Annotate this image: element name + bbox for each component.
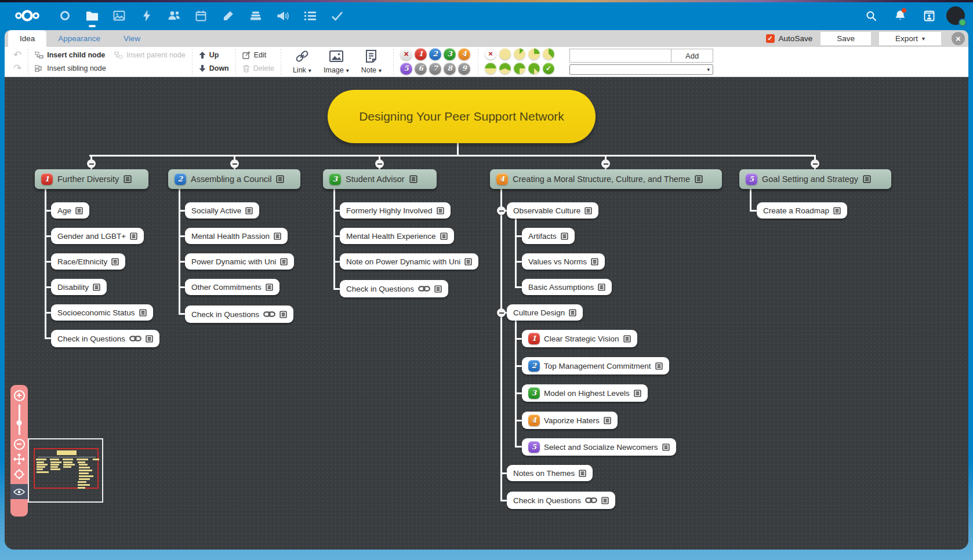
insert-child-button[interactable]: Insert child node [47,51,105,59]
move-tool-button[interactable] [10,452,28,467]
contacts-app-icon[interactable] [160,2,187,29]
mindmap-branch-node[interactable]: 2 Assembling a Council [168,169,300,189]
mindmap-node[interactable]: Race/Ethnicity [51,253,125,270]
mindmap-node[interactable]: Notes on Themes [507,465,593,481]
mindmap-node[interactable]: Note on Power Dynamic with Uni [340,253,478,270]
progress-37-button[interactable] [543,48,554,60]
mindmap-node[interactable]: Observable Culture [507,202,598,219]
progress-clear-button[interactable]: × [485,48,496,60]
search-icon[interactable] [859,2,883,29]
notifications-bell-icon[interactable] [888,2,912,29]
progress-62-button[interactable] [499,63,511,74]
zoom-slider[interactable] [19,405,20,435]
mindmap-node[interactable]: 4 Vaporize Haters [522,412,618,429]
mindmap-node[interactable]: Check in Questions [507,492,615,509]
notes-app-icon[interactable] [215,2,242,29]
tasks-list-app-icon[interactable] [296,2,324,29]
down-button[interactable]: Down [209,64,229,72]
mindmap-branch-node[interactable]: 4 Creating a Moral Structure, Culture, a… [490,169,722,189]
minimap-viewport[interactable] [34,448,99,489]
mindmap-node[interactable]: Formerly Highly Involved [340,202,451,219]
mindmap-branch-node[interactable]: 5 Goal Setting and Strategy [739,169,891,189]
zoom-slider-thumb[interactable] [17,420,22,426]
minimap[interactable] [28,438,103,503]
priority-1-button[interactable]: 1 [415,48,427,60]
progress-87-button[interactable] [528,63,540,74]
tab-idea[interactable]: Idea [8,30,46,47]
collapse-handle[interactable] [601,159,610,168]
priority-6-button[interactable]: 6 [415,63,427,75]
zoom-out-button[interactable] [10,437,28,452]
undo-icon[interactable]: ↶ [13,50,21,60]
mindmap-node[interactable]: Disability [51,279,107,295]
mindmap-node[interactable]: 1 Clear Strategic Vision [522,330,637,347]
save-button[interactable]: Save [820,32,871,45]
priority-4-button[interactable]: 4 [458,48,470,60]
collapse-handle[interactable] [497,206,506,215]
progress-0-button[interactable] [499,48,511,60]
announcements-app-icon[interactable] [269,2,296,29]
autosave-checkbox[interactable]: ✓ AutoSave [766,34,813,43]
mindmap-node[interactable]: Check in Questions [340,280,448,297]
contacts-menu-icon[interactable] [917,2,941,29]
center-view-button[interactable] [10,467,28,482]
mindmap-node[interactable]: Culture Design [507,304,583,321]
photos-app-icon[interactable] [106,2,133,29]
activity-app-icon[interactable] [133,2,160,29]
mindmap-node[interactable]: Other Commitments [185,279,279,295]
collapse-handle[interactable] [811,159,819,168]
avatar[interactable] [946,6,965,25]
priority-9-button[interactable]: 9 [458,63,470,75]
mindmap-node[interactable]: Socially Active [185,202,259,219]
up-button[interactable]: Up [209,51,219,59]
progress-25-button[interactable] [528,48,540,60]
zoom-in-button[interactable] [10,388,28,403]
mindmap-node[interactable]: Mental Health Experience [340,228,454,244]
note-button[interactable]: Note▾ [356,49,387,74]
mindmap-node[interactable]: Basic Assumptions [522,279,612,295]
priority-8-button[interactable]: 8 [444,63,456,75]
toggle-minimap-eye-button[interactable] [10,484,28,499]
priority-clear-button[interactable]: × [400,48,412,60]
progress-12-button[interactable] [514,48,525,60]
add-button[interactable]: Add [671,49,713,63]
mindmap-node[interactable]: 5 Select and Socialize Newcomers [522,438,676,456]
close-button[interactable]: × [952,32,965,45]
redo-icon[interactable]: ↷ [13,63,21,74]
collapse-handle[interactable] [87,159,96,168]
mindmap-canvas[interactable]: Designing Your Peer Support Network 1 Fu… [5,77,968,550]
delete-button[interactable]: Delete [253,64,274,72]
mindmap-branch-node[interactable]: 3 Student Advisor [323,169,437,189]
mindmap-node[interactable]: 2 Top Management Commitment [522,357,669,374]
progress-50-button[interactable] [485,63,496,74]
files-app-icon[interactable] [78,2,106,29]
mindmap-node[interactable]: Check in Questions [51,330,159,347]
mindmap-node[interactable]: Artifacts [522,228,575,244]
deck-app-icon[interactable] [242,2,269,29]
priority-3-button[interactable]: 3 [444,48,456,60]
mindmap-node[interactable]: Socioeconomic Status [51,304,153,321]
mindmap-node[interactable]: Create a Roadmap [757,202,847,219]
export-button[interactable]: Export▾ [879,32,941,45]
priority-7-button[interactable]: 7 [429,63,441,75]
mindmap-node[interactable]: Power Dynamic with Uni [185,253,294,270]
mindmap-root-node[interactable]: Designing Your Peer Support Network [328,90,596,143]
edit-button[interactable]: Edit [254,51,267,59]
priority-2-button[interactable]: 2 [429,48,441,60]
mindmap-node[interactable]: Gender and LGBT+ [51,228,144,244]
image-button[interactable]: Image▾ [318,49,354,74]
mindmap-node[interactable]: Values vs Norms [522,253,605,270]
calendar-app-icon[interactable] [187,2,215,29]
collapse-handle[interactable] [230,159,239,168]
collapse-handle[interactable] [497,308,506,317]
progress-done-button[interactable]: ✓ [543,63,554,74]
node-style-dropdown[interactable]: ▾ [569,64,713,75]
ring-app-icon[interactable] [51,2,78,29]
priority-5-button[interactable]: 5 [400,63,412,75]
tasks-check-app-icon[interactable] [324,2,351,29]
mindmap-node[interactable]: 3 Model on Highest Levels [522,384,648,402]
insert-parent-button[interactable]: Insert parent node [126,51,185,59]
progress-75-button[interactable] [514,63,525,74]
link-button[interactable]: Link▾ [288,49,317,74]
nextcloud-logo-icon[interactable] [14,9,41,23]
